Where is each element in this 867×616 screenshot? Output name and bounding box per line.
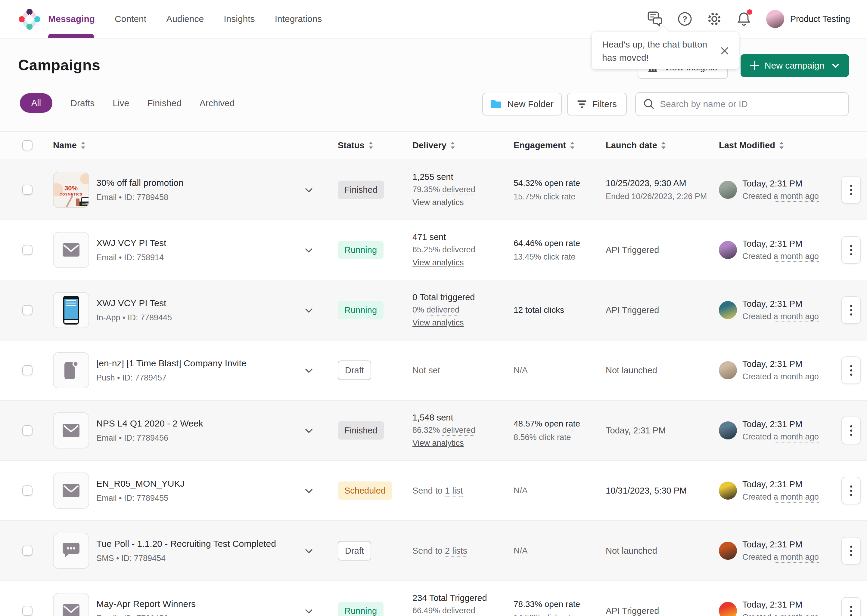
bell-icon[interactable] — [736, 11, 752, 27]
nav-item-integrations[interactable]: Integrations — [275, 14, 322, 24]
launch-date: API Triggered — [606, 606, 714, 616]
campaign-name[interactable]: EN_R05_MON_YUKJ — [96, 479, 301, 489]
row-checkbox[interactable] — [22, 425, 33, 435]
column-header-delivery[interactable]: Delivery — [412, 140, 456, 150]
campaign-name[interactable]: Tue Poll - 1.1.20 - Recruiting Test Comp… — [96, 539, 301, 549]
modified-time: Today, 2:31 PM — [742, 479, 819, 489]
list-link[interactable]: 2 lists — [445, 546, 467, 557]
created-ago: Created a month ago — [742, 312, 819, 321]
filter-tab-live[interactable]: Live — [113, 98, 129, 108]
click-rate: 14.58% click rate — [514, 613, 604, 616]
row-checkbox[interactable] — [22, 185, 33, 195]
kebab-menu-icon[interactable] — [841, 296, 861, 324]
column-header-last-modified[interactable]: Last Modified — [719, 140, 784, 150]
row-checkbox[interactable] — [22, 245, 33, 255]
filters-label: Filters — [592, 99, 617, 109]
expand-row-chevron-icon[interactable] — [305, 365, 313, 376]
page-title: Campaigns — [18, 57, 100, 74]
column-header-launch-date[interactable]: Launch date — [606, 140, 666, 150]
expand-row-chevron-icon[interactable] — [305, 545, 313, 556]
engagement-na: N/A — [514, 486, 604, 495]
campaign-name[interactable]: XWJ VCY PI Test — [96, 298, 301, 308]
account-avatar[interactable] — [766, 10, 784, 28]
search-box — [635, 92, 849, 116]
campaign-name[interactable]: May-Apr Report Winners — [96, 599, 301, 609]
view-analytics-link[interactable]: View analytics — [412, 318, 464, 328]
modified-time: Today, 2:31 PM — [742, 179, 819, 189]
list-link[interactable]: 1 list — [445, 486, 463, 497]
kebab-menu-icon[interactable] — [841, 597, 861, 616]
filter-tab-archived[interactable]: Archived — [200, 98, 235, 108]
table-row: [en-nz] [1 Time Blast] Company Invite Pu… — [0, 341, 867, 401]
close-icon[interactable] — [720, 46, 729, 55]
expand-row-chevron-icon[interactable] — [305, 245, 313, 256]
kebab-menu-icon[interactable] — [841, 236, 861, 264]
nav-item-messaging[interactable]: Messaging — [48, 14, 95, 24]
row-checkbox[interactable] — [22, 486, 33, 496]
campaign-name[interactable]: [en-nz] [1 Time Blast] Company Invite — [96, 358, 301, 368]
email-icon — [53, 412, 89, 448]
row-checkbox[interactable] — [22, 365, 33, 376]
braze-logo-icon[interactable] — [18, 8, 41, 31]
delivery-sent: 1,255 sent — [412, 172, 509, 182]
status-badge: Finished — [338, 421, 384, 440]
help-icon[interactable]: ? — [677, 11, 693, 27]
view-analytics-link[interactable]: View analytics — [412, 438, 464, 448]
expand-row-chevron-icon[interactable] — [305, 184, 313, 195]
expand-row-chevron-icon[interactable] — [305, 425, 313, 436]
campaign-name[interactable]: NPS L4 Q1 2020 - 2 Week — [96, 418, 301, 429]
new-campaign-button[interactable]: New campaign — [741, 54, 849, 77]
kebab-menu-icon[interactable] — [841, 416, 861, 444]
svg-text:?: ? — [683, 14, 687, 24]
click-rate: 13.45% click rate — [514, 252, 604, 262]
nav-item-content[interactable]: Content — [115, 14, 146, 24]
row-checkbox[interactable] — [22, 305, 33, 315]
chat-bubbles-icon[interactable] — [648, 11, 663, 27]
column-label: Name — [53, 140, 77, 150]
expand-row-chevron-icon[interactable] — [305, 485, 313, 496]
launch-date: 10/25/2023, 9:30 AM — [606, 178, 714, 188]
delivery-sent: 1,548 sent — [412, 413, 509, 423]
delivery-rate: 86.32% delivered — [412, 426, 509, 435]
open-rate: 54.32% open rate — [514, 178, 604, 188]
row-checkbox[interactable] — [22, 545, 33, 556]
created-ago: Created a month ago — [742, 492, 819, 502]
row-checkbox[interactable] — [22, 606, 33, 616]
account-name[interactable]: Product Testing — [790, 14, 850, 24]
email-icon — [53, 232, 89, 268]
column-header-name[interactable]: Name — [53, 140, 86, 150]
filter-tab-drafts[interactable]: Drafts — [71, 98, 95, 108]
filters-button[interactable]: Filters — [567, 93, 627, 115]
campaign-meta: Push • ID: 7789457 — [96, 373, 301, 383]
expand-row-chevron-icon[interactable] — [305, 305, 313, 316]
nav-item-audience[interactable]: Audience — [166, 14, 204, 24]
modifier-avatar — [719, 421, 737, 440]
campaign-name[interactable]: 30% off fall promotion — [96, 178, 301, 188]
expand-row-chevron-icon[interactable] — [305, 605, 313, 616]
kebab-menu-icon[interactable] — [841, 176, 861, 204]
view-analytics-link[interactable]: View analytics — [412, 198, 464, 207]
select-all-checkbox[interactable] — [22, 140, 33, 150]
kebab-menu-icon[interactable] — [841, 357, 861, 384]
thumb-text: Cosmetics — [54, 193, 88, 196]
nav-item-insights[interactable]: Insights — [224, 14, 255, 24]
delivery-send-to: Send to 1 list — [412, 486, 509, 496]
status-badge: Draft — [338, 361, 371, 380]
view-analytics-link[interactable]: View analytics — [412, 258, 464, 267]
launch-date: API Triggered — [606, 305, 714, 315]
new-folder-button[interactable]: New Folder — [482, 93, 562, 115]
promo-thumbnail: 30% Cosmetics Black Friday — [53, 172, 89, 208]
filter-tab-finished[interactable]: Finished — [147, 98, 181, 108]
chat-moved-tooltip: Head's up, the chat button has moved! — [592, 32, 739, 69]
kebab-menu-icon[interactable] — [841, 477, 861, 504]
campaign-name[interactable]: XWJ VCY PI Test — [96, 238, 301, 248]
filter-tab-all[interactable]: All — [20, 93, 52, 113]
gear-icon[interactable] — [706, 11, 722, 27]
column-header-status[interactable]: Status — [338, 140, 374, 150]
kebab-menu-icon[interactable] — [841, 537, 861, 564]
new-campaign-label: New campaign — [765, 60, 824, 71]
search-input[interactable] — [660, 99, 840, 109]
modifier-avatar — [719, 181, 737, 199]
column-header-engagement[interactable]: Engagement — [514, 140, 575, 150]
email-icon — [53, 473, 89, 509]
